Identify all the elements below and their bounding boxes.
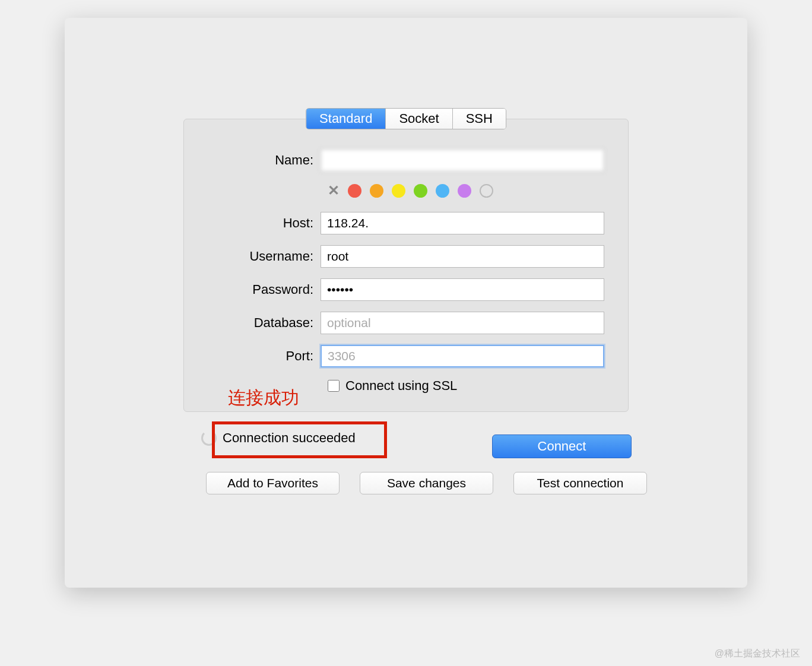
connection-form: Name: ✕ Host: Username: Password: <box>183 119 629 412</box>
port-label: Port: <box>208 348 321 364</box>
database-field[interactable] <box>321 312 604 334</box>
password-field[interactable] <box>321 278 604 301</box>
test-connection-button[interactable]: Test connection <box>513 472 647 494</box>
connect-button[interactable]: Connect <box>492 435 632 458</box>
connection-type-tabs: Standard Socket SSH <box>306 108 506 129</box>
name-label: Name: <box>208 153 321 168</box>
status-area: Connection succeeded <box>201 430 356 446</box>
username-field[interactable] <box>321 245 604 268</box>
username-label: Username: <box>208 249 321 264</box>
clear-color-icon[interactable]: ✕ <box>328 182 340 199</box>
save-changes-button[interactable]: Save changes <box>360 472 493 494</box>
database-label: Database: <box>208 315 321 331</box>
color-purple[interactable] <box>458 184 471 198</box>
annotation-text: 连接成功 <box>228 386 299 410</box>
color-yellow[interactable] <box>392 184 405 198</box>
tab-ssh[interactable]: SSH <box>453 109 506 129</box>
color-gray[interactable] <box>480 184 493 198</box>
password-label: Password: <box>208 282 321 297</box>
color-blue[interactable] <box>436 184 449 198</box>
watermark: @稀土掘金技术社区 <box>715 648 800 660</box>
tab-socket[interactable]: Socket <box>386 109 452 129</box>
ssl-label: Connect using SSL <box>345 378 457 394</box>
add-to-favorites-button[interactable]: Add to Favorites <box>206 472 340 494</box>
tab-standard[interactable]: Standard <box>306 109 386 129</box>
color-green[interactable] <box>414 184 427 198</box>
status-text: Connection succeeded <box>223 430 356 446</box>
bottom-button-row: Add to Favorites Save changes Test conne… <box>206 472 647 494</box>
name-field-wrapper <box>321 149 604 172</box>
host-field[interactable] <box>321 212 604 234</box>
connection-dialog: Standard Socket SSH Name: ✕ Host: Userna… <box>65 18 747 588</box>
port-field[interactable] <box>321 345 604 367</box>
color-red[interactable] <box>348 184 361 198</box>
spinner-icon <box>201 430 217 446</box>
name-field[interactable] <box>321 149 604 172</box>
ssl-checkbox[interactable] <box>328 380 340 392</box>
color-tag-row: ✕ <box>328 182 604 199</box>
host-label: Host: <box>208 215 321 231</box>
color-orange[interactable] <box>370 184 383 198</box>
